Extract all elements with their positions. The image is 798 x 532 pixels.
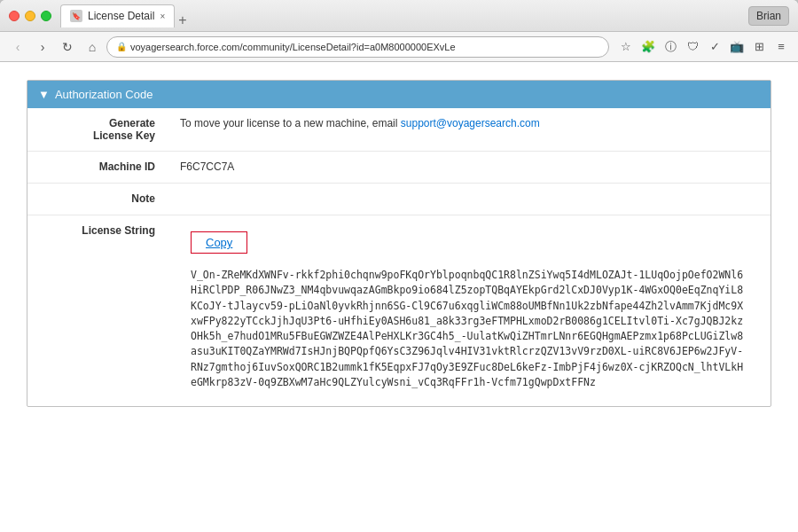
check-icon[interactable]: ✓ bbox=[705, 37, 724, 57]
maximize-button[interactable] bbox=[41, 11, 51, 21]
toolbar: ‹ › ↻ ⌂ 🔒 voyagersearch.force.com/commun… bbox=[0, 32, 798, 62]
apps-icon[interactable]: ⊞ bbox=[749, 37, 769, 57]
note-row: Note bbox=[27, 184, 771, 215]
machine-id-label: Machine ID bbox=[27, 152, 169, 183]
generate-label: Generate License Key bbox=[27, 108, 169, 151]
machine-id-value: F6C7CC7A bbox=[169, 152, 771, 183]
tab-bar: 🔖 License Detail × + bbox=[60, 4, 748, 27]
tab-title: License Detail bbox=[88, 10, 154, 22]
copy-button[interactable]: Copy bbox=[191, 231, 247, 254]
back-button[interactable]: ‹ bbox=[7, 36, 28, 58]
copy-btn-container: Copy bbox=[180, 224, 760, 261]
url-text: voyagersearch.force.com/community/Licens… bbox=[130, 42, 456, 52]
note-label: Note bbox=[27, 184, 169, 215]
support-email-link[interactable]: support@voyagersearch.com bbox=[401, 117, 540, 129]
close-button[interactable] bbox=[9, 11, 20, 21]
lock-icon: 🔒 bbox=[116, 42, 127, 51]
license-string-row: License String Copy V_On-ZReMKdXWNFv-rkk… bbox=[27, 215, 771, 406]
tab-close-icon[interactable]: × bbox=[160, 12, 165, 21]
auth-section: ▼ Authorization Code Generate License Ke… bbox=[27, 80, 771, 407]
license-string-label: License String bbox=[27, 215, 169, 246]
minimize-button[interactable] bbox=[25, 11, 35, 21]
traffic-lights bbox=[9, 11, 51, 21]
auth-header: ▼ Authorization Code bbox=[27, 81, 771, 108]
title-bar: 🔖 License Detail × + Brian bbox=[0, 0, 798, 32]
forward-button[interactable]: › bbox=[32, 36, 53, 58]
menu-icon[interactable]: ≡ bbox=[771, 37, 791, 57]
extensions-icon[interactable]: 🧩 bbox=[638, 37, 658, 57]
browser-window: 🔖 License Detail × + Brian ‹ › ↻ ⌂ 🔒 voy… bbox=[0, 0, 798, 532]
toolbar-right: ☆ 🧩 ⓘ 🛡 ✓ 📺 ⊞ ≡ bbox=[616, 37, 791, 57]
cast-icon[interactable]: 📺 bbox=[727, 37, 747, 57]
home-button[interactable]: ⌂ bbox=[82, 36, 103, 58]
generate-value: To move your license to a new machine, e… bbox=[169, 108, 771, 151]
info-icon[interactable]: ⓘ bbox=[661, 37, 680, 57]
page-content: ▼ Authorization Code Generate License Ke… bbox=[0, 62, 798, 532]
tab-favicon: 🔖 bbox=[70, 10, 82, 22]
shield-icon[interactable]: 🛡 bbox=[683, 37, 702, 57]
active-tab[interactable]: 🔖 License Detail × bbox=[60, 4, 175, 27]
bookmark-icon[interactable]: ☆ bbox=[616, 37, 636, 57]
license-string-value: Copy V_On-ZReMKdXWNFv-rkkf2phi0chqnw9poF… bbox=[169, 215, 771, 406]
user-button[interactable]: Brian bbox=[748, 6, 789, 26]
reload-button[interactable]: ↻ bbox=[57, 36, 78, 58]
machine-id-row: Machine ID F6C7CC7A bbox=[27, 152, 771, 184]
arrow-down-icon: ▼ bbox=[38, 88, 50, 101]
license-string-content: V_On-ZReMKdXWNFv-rkkf2phi0chqnw9poFKqOrY… bbox=[180, 261, 760, 397]
generate-row: Generate License Key To move your licens… bbox=[27, 108, 771, 152]
auth-header-title: Authorization Code bbox=[55, 88, 153, 101]
new-tab-button[interactable]: + bbox=[178, 13, 186, 27]
note-value bbox=[169, 184, 771, 215]
auth-body: Generate License Key To move your licens… bbox=[27, 108, 771, 406]
address-bar[interactable]: 🔒 voyagersearch.force.com/community/Lice… bbox=[106, 36, 609, 58]
